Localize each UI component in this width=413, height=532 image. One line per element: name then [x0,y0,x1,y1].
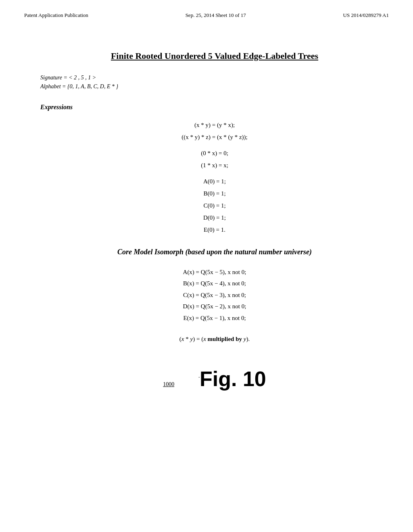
multiply-expr-text: (x * y) = (x multiplied by y). [179,336,250,342]
expression-group-2: (0 * x) = 0; (1 * x) = x; [40,147,389,171]
expression-2: ((x * y) * z) = (x * (y * z)); [40,131,389,143]
core-expr-4: D(x) = Q(5x − 2), x not 0; [40,301,389,312]
expressions-heading: Expressions [40,104,389,111]
core-expr-1: A(x) = Q(5x − 5), x not 0; [40,266,389,278]
signature-block: Signature = < 2 , 5 , 1 > Alphabet = {0,… [40,73,389,91]
core-model-heading: Core Model Isomorph (based upon the natu… [40,248,389,256]
page-header: Patent Application Publication Sep. 25, … [0,0,413,19]
expression-1: (x * y) = (y * x); [40,119,389,131]
header-publication: Patent Application Publication [24,12,88,19]
signature-line: Signature = < 2 , 5 , 1 > [40,73,389,82]
expression-9: E(0) = 1. [40,224,389,236]
expression-8: D(0) = 1; [40,212,389,224]
fig-number-label: 1000 [163,381,174,388]
core-expr-5: E(x) = Q(5x − 1), x not 0; [40,312,389,324]
expressions-content: (x * y) = (y * x); ((x * y) * z) = (x * … [40,119,389,236]
header-date-sheet: Sep. 25, 2014 Sheet 10 of 17 [186,12,246,19]
expression-group-3: A(0) = 1; B(0) = 1; C(0) = 1; D(0) = 1; … [40,175,389,236]
expression-5: A(0) = 1; [40,175,389,187]
expression-3: (0 * x) = 0; [40,147,389,159]
expression-7: C(0) = 1; [40,200,389,212]
page: Patent Application Publication Sep. 25, … [0,0,413,532]
fig-block: 1000 ·Fig. 10 [40,367,389,407]
expression-group-1: (x * y) = (y * x); ((x * y) * z) = (x * … [40,119,389,143]
main-content: Finite Rooted Unordered 5 Valued Edge-La… [0,19,413,423]
expression-4: (1 * x) = x; [40,159,389,171]
main-title: Finite Rooted Unordered 5 Valued Edge-La… [40,51,389,61]
core-model-content: A(x) = Q(5x − 5), x not 0; B(x) = Q(5x −… [40,266,389,324]
header-patent-number: US 2014/0289279 A1 [343,12,389,19]
core-expr-3: C(x) = Q(5x − 3), x not 0; [40,289,389,301]
core-expr-2: B(x) = Q(5x − 4), x not 0; [40,278,389,289]
alphabet-line: Alphabet = {0, 1, A, B, C, D, E * } [40,82,389,91]
fig-title: ·Fig. 10 [198,367,266,391]
expression-6: B(0) = 1; [40,187,389,200]
multiply-expression: (x * y) = (x multiplied by y). [40,336,389,343]
